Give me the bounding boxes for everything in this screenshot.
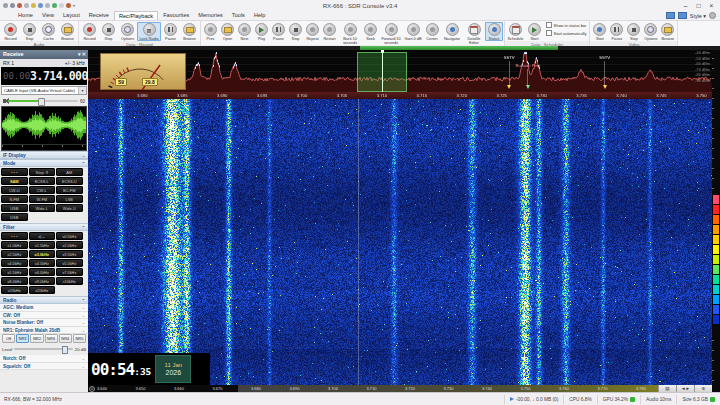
ribbon-button-browse[interactable]: Browse	[180, 22, 199, 41]
mode-button-bcfm[interactable]: BC-FM	[56, 186, 83, 194]
close-button[interactable]: ×	[705, 0, 718, 11]
mode-button-nfm[interactable]: N-FM	[1, 195, 28, 203]
settings-icon[interactable]	[709, 12, 716, 19]
tab-rec-playback[interactable]: Rec/Playback	[114, 11, 158, 20]
tune-frequency-line[interactable]	[382, 50, 383, 92]
navigator-button[interactable]: ▤	[658, 385, 676, 392]
filter-button-70khz[interactable]: ±7.0kHz	[56, 268, 83, 276]
radio-row-cw[interactable]: CW: Off⌄	[0, 312, 88, 320]
mode-button-wideu[interactable]: Wide-U	[56, 204, 83, 212]
ribbon-button-repeat[interactable]: Repeat	[304, 22, 321, 41]
frequency-display[interactable]: 00.003.714.000	[1, 67, 87, 85]
nr-button-nr4[interactable]: NR4	[59, 334, 72, 343]
ribbon-button-start[interactable]: Start	[591, 22, 608, 41]
tab-memories[interactable]: Memories	[194, 11, 227, 20]
maximize-button[interactable]: □	[692, 0, 705, 11]
ribbon-button-lock-radio[interactable]: Lock Radio	[137, 22, 161, 41]
filter-button-80khz[interactable]: ±8.0kHz	[1, 277, 28, 285]
tab-receive[interactable]: Receive	[85, 11, 113, 20]
mode-button-step9[interactable]: Step: 9	[29, 168, 56, 176]
ribbon-button-record[interactable]: Record	[80, 22, 99, 41]
panel-header-icons[interactable]: ▾ ✕	[78, 50, 86, 59]
tune-handle[interactable]	[381, 50, 384, 53]
mode-button-ecssu[interactable]: ECSS-U	[56, 177, 83, 185]
filter-button-90khz[interactable]: ±9.0kHz	[29, 277, 56, 285]
filter-button-[interactable]: • • •	[1, 232, 28, 240]
checkbox-show-in-status-bar[interactable]: Show in status bar	[546, 22, 586, 28]
ribbon-button-browse[interactable]: Browse	[58, 22, 77, 41]
filter-button-10khz[interactable]: ±1.0kHz	[1, 241, 28, 249]
filter-button-15khz[interactable]: ±15kHz	[1, 286, 28, 294]
filter-button-15khz[interactable]: ±1.5kHz	[29, 241, 56, 249]
filter-button-50khz[interactable]: ±5.0kHz	[56, 259, 83, 267]
ribbon-button-pause[interactable]: Pause	[608, 22, 625, 41]
ribbon-button-forward-10-seconds[interactable]: Forward 10 seconds	[379, 22, 403, 45]
ribbon-button-prev[interactable]: Prev	[202, 22, 219, 41]
radio-row-notch[interactable]: Notch: Off⌄	[0, 355, 88, 363]
filter-button-[interactable]: ±|↔	[29, 232, 56, 240]
ribbon-button-restart[interactable]: Restart	[321, 22, 338, 41]
nr-button-nr2[interactable]: NR2	[30, 334, 43, 343]
chevron-down-icon[interactable]: ▾	[78, 87, 86, 94]
mode-button-wfm[interactable]: W-FM	[29, 195, 56, 203]
radio-row-agc[interactable]: AGC: Medium⌄	[0, 304, 88, 312]
tab-layout[interactable]: Layout	[59, 11, 84, 20]
radio-row-squelch[interactable]: Squelch: Off⌄	[0, 363, 88, 371]
waterfall-display[interactable]	[88, 99, 712, 385]
filter-button-45khz[interactable]: ±4.5kHz	[29, 259, 56, 267]
nr-button-nr3[interactable]: NR3	[45, 334, 58, 343]
filter-button-30khz[interactable]: ±3.0kHz	[29, 250, 56, 258]
mode-button-cwl[interactable]: CW-L	[29, 186, 56, 194]
ribbon-button-pause[interactable]: Pause	[161, 22, 180, 41]
ribbon-button-options[interactable]: Options	[642, 22, 659, 41]
ribbon-button-play[interactable]: Play	[253, 22, 270, 41]
ribbon-button-options[interactable]: Options	[118, 22, 137, 41]
signal-marker[interactable]: SSTV	[585, 56, 625, 89]
level-slider[interactable]	[14, 348, 72, 350]
signal-marker[interactable]: Russian Pirat	[508, 64, 548, 89]
mode-button-cwu[interactable]: CW-U	[1, 186, 28, 194]
filter-button-25khz[interactable]: ±2.5kHz	[1, 250, 28, 258]
ribbon-button-datafile-editor[interactable]: Datafile Editor	[463, 22, 485, 45]
ribbon-button-cache[interactable]: Cache	[39, 22, 58, 41]
navigator-button[interactable]: ⊕	[694, 385, 712, 392]
filter-button-10khz[interactable]: ±10kHz	[56, 277, 83, 285]
minimize-button[interactable]: –	[679, 0, 692, 11]
audio-device-select[interactable]: CABLE Input (VB-Audio Virtual Cable) ▾	[1, 86, 87, 95]
if-display-header[interactable]: IF Display⌄	[0, 151, 88, 159]
filter-button-40khz[interactable]: ±4.0kHz	[1, 259, 28, 267]
ribbon-button-start[interactable]: Start	[525, 22, 544, 41]
monitor2-icon[interactable]	[678, 12, 687, 19]
monitor-icon[interactable]	[666, 12, 675, 19]
receive-panel-header[interactable]: Receive ▾ ✕	[0, 50, 88, 59]
ribbon-button-stop[interactable]: Stop	[625, 22, 642, 41]
ribbon-button-gain-0-db[interactable]: Gain 0 dB	[403, 22, 423, 41]
filter-header[interactable]: Filter⌃	[0, 223, 88, 231]
ribbon-button-stop[interactable]: Stop	[287, 22, 304, 41]
mode-button-dsb[interactable]: DSB	[1, 213, 28, 221]
nr-button-nr1[interactable]: NR1	[16, 334, 29, 343]
mode-button-sam[interactable]: SAM	[1, 177, 28, 185]
ribbon-button-stop[interactable]: Stop	[20, 22, 39, 41]
ribbon-button-stop[interactable]: Stop	[99, 22, 118, 41]
navigator-button[interactable]: ◄►	[676, 385, 694, 392]
checkbox-start-automatically[interactable]: Start automatically	[546, 30, 586, 36]
filter-button-20khz[interactable]: ±20kHz	[29, 286, 56, 294]
volume-slider[interactable]	[8, 100, 78, 103]
mode-button-[interactable]: • • •	[1, 168, 28, 176]
ribbon-button-back-10-seconds[interactable]: Back 10 seconds	[338, 22, 362, 45]
mode-button-ecssl[interactable]: ECSS-L	[29, 177, 56, 185]
mode-header[interactable]: Mode⌃	[0, 159, 88, 167]
tab-home[interactable]: Home	[14, 11, 37, 20]
radio-row-nr1[interactable]: NR1: Ephraim Malah 20dB⌄	[0, 327, 88, 335]
style-dropdown[interactable]: Style ▾	[690, 13, 706, 19]
navigator-options-icon[interactable]: ⊘	[89, 386, 95, 392]
ribbon-button-open[interactable]: Open	[219, 22, 236, 41]
frequency-scale[interactable]: 3.6803.6853.6903.6953.7003.7053.7103.715…	[88, 92, 712, 99]
band-navigator[interactable]: ⊘ 3.6403.6503.6603.6703.6803.6903.7003.7…	[88, 385, 712, 392]
filter-button-20khz[interactable]: ±2.0kHz	[56, 241, 83, 249]
ribbon-button-seek[interactable]: Seek	[362, 22, 379, 41]
tab-help[interactable]: Help	[250, 11, 270, 20]
filter-button-55khz[interactable]: ±5.5kHz	[1, 268, 28, 276]
ribbon-button-browse[interactable]: Browse	[659, 22, 676, 41]
